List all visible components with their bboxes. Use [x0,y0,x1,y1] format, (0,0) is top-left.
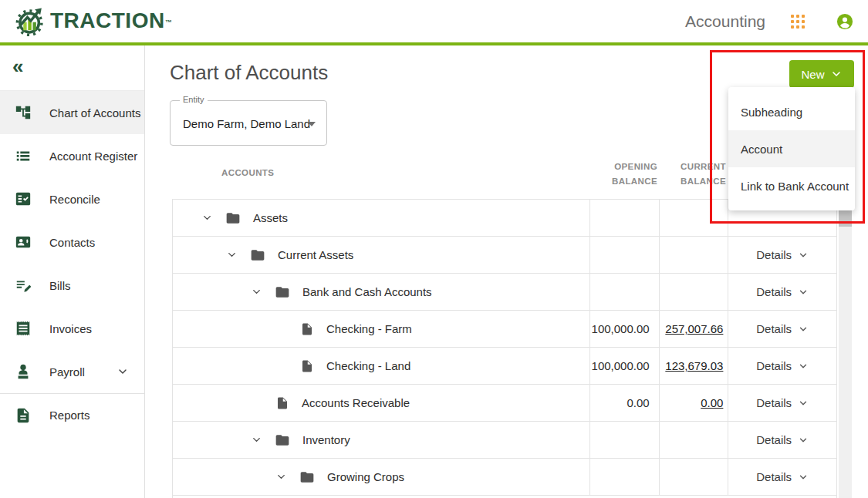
account-cell: Accounts Receivable [173,385,590,421]
details-button[interactable]: Details [728,274,836,310]
chevron-down-icon [798,361,809,372]
sidebar-item-reconcile[interactable]: Reconcile [0,177,144,220]
opening-balance-cell [590,274,660,310]
details-label: Details [756,396,792,409]
sidebar-item-label: Reports [49,409,90,422]
current-balance-cell: 0.00 [660,385,729,421]
folder-icon [299,469,315,485]
current-balance-cell [660,200,729,236]
new-button[interactable]: New [789,60,854,88]
account-name: Growing Crops [327,470,404,483]
logo-wordmark: TRACTION [50,8,165,33]
expand-chevron-icon[interactable] [251,434,262,446]
opening-balance-cell [590,237,660,273]
sidebar-item-contacts[interactable]: Contacts [0,220,144,264]
sidebar-item-label: Account Register [49,150,137,163]
new-button-label: New [801,68,824,81]
sidebar-item-reports[interactable]: Reports [0,393,144,436]
app-root: TRACTION ™ Accounting [0,0,868,498]
sidebar-item-label: Chart of Accounts [49,106,140,119]
sidebar-item-label: Invoices [49,322,92,335]
sidebar-item-account-register[interactable]: Account Register [0,134,144,177]
details-button[interactable]: Details [728,459,836,495]
details-button[interactable]: Details [728,311,836,347]
opening-balance-cell: 100,000.00 [590,311,660,347]
table-row: Checking - Land 100,000.00 123,679.03 De… [173,348,836,385]
details-label: Details [756,470,792,483]
column-header-opening-balance: OPENING BALANCE [590,160,657,189]
chevron-down-icon [798,435,809,446]
expand-chevron-icon[interactable] [201,212,213,224]
traction-logo[interactable]: TRACTION ™ [14,5,172,37]
details-button[interactable]: Details [728,348,836,384]
details-button[interactable]: Details [728,385,836,421]
app-switcher-label: Accounting [685,12,765,31]
details-button[interactable]: Details [728,237,836,273]
table-row: Accounts Receivable 0.00 0.00 Details [173,385,836,422]
new-menu-item-link-to-bank-account[interactable]: Link to Bank Account [728,167,855,204]
sidebar-item-payroll[interactable]: Payroll [0,350,144,393]
sidebar-item-label: Contacts [49,236,95,249]
list-icon [14,146,32,165]
column-header-current-balance: CURRENT BALANCE [660,160,726,189]
sidebar-collapse-button[interactable]: « [12,56,23,76]
column-header-accounts: ACCOUNTS [221,166,274,180]
chevron-down-icon [798,472,809,483]
sidebar-item-chart-of-accounts[interactable]: Chart of Accounts [0,91,144,134]
caret-down-icon [308,122,316,126]
current-balance-cell [660,422,729,458]
expand-chevron-icon[interactable] [275,471,287,483]
accounts-table: Assets Current Assets Details [172,199,837,498]
brand-divider-bar [0,42,868,45]
sidebar-item-bills[interactable]: Bills [0,264,144,307]
sidebar-item-label: Reconcile [49,193,100,206]
opening-balance-cell [590,200,660,236]
sidebar-item-label: Payroll [49,365,85,379]
new-menu-item-account[interactable]: Account [728,130,855,167]
table-row: Checking - Farm 100,000.00 257,007.66 De… [173,311,836,348]
sidebar-menu: Chart of Accounts Account Register Recon… [0,90,144,436]
document-icon [14,406,32,425]
details-button[interactable]: Details [728,422,836,458]
app-header: TRACTION ™ Accounting [0,0,868,42]
current-balance-link[interactable]: 0.00 [701,396,723,409]
chevron-down-icon [798,250,809,261]
account-cell: Bank and Cash Accounts [173,274,590,310]
entity-select[interactable]: Entity Demo Farm, Demo Land [170,100,327,146]
details-label: Details [756,285,792,298]
account-avatar-icon[interactable] [836,13,853,30]
apps-grid-icon[interactable] [791,15,805,29]
edit-note-icon [14,276,32,294]
current-balance-cell [660,274,729,310]
current-balance-cell: 123,679.03 [660,348,729,384]
opening-balance-cell: 100,000.00 [590,348,660,384]
account-name: Assets [253,211,288,224]
account-name: Accounts Receivable [302,396,410,409]
entity-select-value: Demo Farm, Demo Land [183,116,310,130]
account-cell: Assets [173,200,590,236]
table-row: Inventory Details [173,422,836,459]
fact-check-icon [14,190,32,208]
table-row: Bank and Cash Accounts Details [173,274,836,311]
vertical-scrollbar[interactable] [839,197,852,498]
folder-icon [275,432,290,448]
account-cell: Growing Crops [173,459,590,495]
current-balance-link[interactable]: 123,679.03 [665,359,723,372]
chevron-down-icon [798,398,809,409]
account-file-icon [300,322,314,336]
details-label: Details [756,322,792,335]
sidebar-item-invoices[interactable]: Invoices [0,307,144,350]
current-balance-link[interactable]: 257,007.66 [665,322,723,335]
opening-balance-cell [590,422,660,458]
contacts-icon [14,233,32,251]
account-name: Checking - Land [326,359,410,372]
chevron-down-icon [798,287,809,298]
page-title: Chart of Accounts [170,61,328,85]
expand-chevron-icon[interactable] [226,249,238,261]
new-menu-item-subheading[interactable]: Subheading [728,93,855,130]
main-content: Chart of Accounts Entity Demo Farm, Demo… [145,45,868,498]
expand-chevron-icon[interactable] [251,286,262,298]
current-balance-cell [660,459,729,495]
chevron-down-icon [830,68,843,80]
chevron-down-icon [798,324,809,335]
